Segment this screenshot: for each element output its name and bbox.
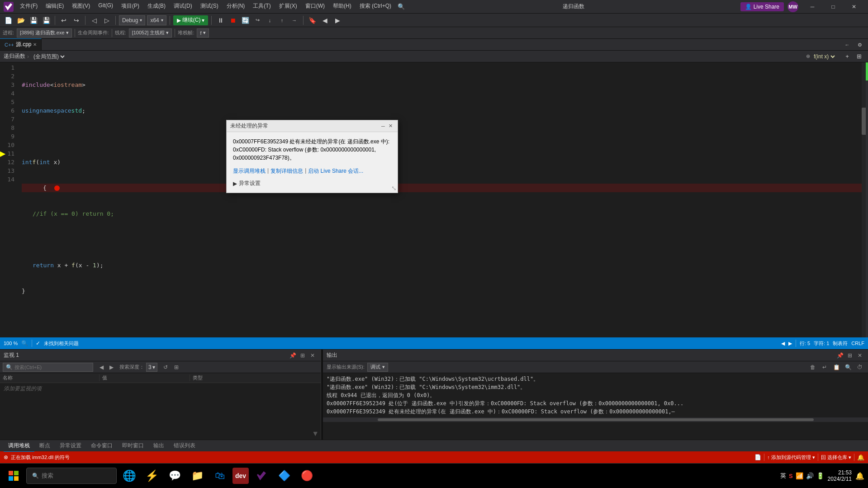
bookmark-btn[interactable]: 🔖 [307, 15, 318, 26]
exception-dialog-close[interactable]: ✕ [387, 123, 394, 130]
stepout-btn[interactable]: ↑ [276, 15, 288, 26]
taskbar-app-dev[interactable]: dev [232, 468, 249, 484]
editor-tab-source[interactable]: C++ 源.cpp ✕ [0, 38, 42, 50]
stepinto-btn[interactable]: ↓ [264, 15, 275, 26]
watch-scroll-down[interactable]: ▼ [312, 430, 319, 438]
user-avatar[interactable]: MW [787, 1, 798, 12]
lang-icon[interactable]: 英 [780, 472, 786, 480]
menu-analyze[interactable]: 分析(N) [223, 1, 249, 12]
editor-scrollbar[interactable] [862, 62, 868, 337]
menu-search[interactable]: 搜索 (Ctrl+Q) [356, 1, 395, 12]
search-icon[interactable]: 🔍 [396, 1, 407, 12]
pause-btn[interactable]: ⏸ [215, 15, 227, 26]
output-float-btn[interactable]: ⊞ [845, 351, 854, 360]
new-file-btn[interactable]: 📄 [3, 15, 14, 26]
select-repo[interactable]: 囙 选择仓库 ▾ [821, 454, 851, 461]
output-source-dropdown[interactable]: 调试 ▾ [367, 363, 388, 372]
process-dropdown[interactable]: [3896] 递归函数.exe ▾ [17, 28, 71, 38]
output-wrap-btn[interactable]: ↵ [820, 363, 829, 372]
back-btn[interactable]: ◁ [89, 15, 100, 26]
stack-dropdown[interactable]: f ▾ [197, 28, 209, 38]
taskbar-app-vs[interactable] [251, 466, 271, 486]
stop-btn[interactable]: ⏹ [227, 15, 239, 26]
tab-callstack[interactable]: 调用堆栈 [4, 440, 34, 452]
wifi-icon[interactable]: 📶 [796, 472, 803, 479]
taskbar-app-wechat[interactable]: 💬 [165, 466, 185, 486]
stepover-btn[interactable]: ↪ [251, 15, 263, 26]
breadcrumb-proj[interactable]: 递归函数 [4, 52, 25, 60]
exception-settings-expand[interactable]: ▶ 异常设置 [233, 180, 391, 187]
menu-help[interactable]: 帮助(H) [329, 1, 355, 12]
watch-next-btn[interactable]: ▶ [107, 363, 116, 372]
debug-config-dropdown[interactable]: Debug ▾ [119, 15, 145, 25]
tab-tool-1[interactable]: ← [842, 39, 853, 50]
sohu-icon[interactable]: S [789, 473, 793, 479]
menu-window[interactable]: 窗口(W) [302, 1, 328, 12]
notification-icon[interactable]: 🔔 [855, 472, 864, 480]
menu-test[interactable]: 测试(S) [197, 1, 222, 12]
maximize-button[interactable]: □ [823, 0, 844, 14]
add-line-btn[interactable]: + [842, 51, 853, 62]
close-button[interactable]: ✕ [844, 0, 864, 14]
taskbar-app-edge[interactable]: ⚡ [142, 466, 162, 486]
thread-dropdown[interactable]: [10052] 主线程 ▾ [129, 28, 172, 38]
menu-file[interactable]: 文件(F) [16, 1, 41, 12]
tab-immediate-window[interactable]: 即时窗口 [118, 440, 148, 451]
expand-all-btn[interactable]: ⊞ [854, 51, 864, 62]
live-share-button[interactable]: 👤 Live Share [740, 2, 784, 11]
watch-expand-btn[interactable]: ⊞ [172, 363, 181, 372]
menu-git[interactable]: Git(G) [95, 1, 117, 12]
live-share-session-link[interactable]: 启动 Live Share 会话... [308, 167, 363, 175]
watch-add-item[interactable]: 添加要监视的项 [0, 383, 321, 394]
watch-search-box[interactable]: 🔍 [3, 363, 93, 372]
watch-pin-btn[interactable]: 📌 [288, 351, 297, 360]
save-btn[interactable]: 💾 [28, 15, 39, 26]
taskbar-app-extra1[interactable]: 🔷 [274, 466, 294, 486]
tab-command-window[interactable]: 命令窗口 [86, 440, 117, 451]
fwd-btn[interactable]: ▷ [101, 15, 112, 26]
tab-error-list[interactable]: 错误列表 [169, 440, 200, 451]
navigate-right[interactable]: ▶ [788, 341, 792, 346]
taskbar-app-files[interactable]: 📁 [187, 466, 207, 486]
exception-dialog-minimize[interactable]: ─ [379, 123, 387, 130]
minimize-button[interactable]: ─ [802, 0, 823, 14]
continue-button[interactable]: ▶ 继续(C) ▾ [173, 15, 209, 25]
code-content[interactable]: #include<iostream> using namespace std; … [18, 62, 862, 337]
output-pin-btn[interactable]: 📌 [835, 351, 844, 360]
taskbar-app-chrome[interactable]: 🔴 [297, 466, 317, 486]
output-timestamp-btn[interactable]: ⏱ [855, 363, 864, 372]
taskbar-app-browser[interactable]: 🌐 [119, 466, 139, 486]
resize-handle[interactable]: ⤡ [391, 185, 397, 192]
restart-btn[interactable]: 🔄 [239, 15, 251, 26]
output-hscroll[interactable] [323, 417, 868, 422]
tab-tool-2[interactable]: ⚙ [854, 39, 865, 50]
output-find-btn[interactable]: 🔍 [844, 363, 853, 372]
copy-details-link[interactable]: 复制详细信息 [270, 167, 303, 175]
open-folder-btn[interactable]: 📂 [15, 15, 26, 26]
watch-search-input[interactable] [14, 365, 87, 370]
prev-bookmark-btn[interactable]: ◀ [319, 15, 330, 26]
menu-project[interactable]: 项目(P) [118, 1, 143, 12]
output-close-btn[interactable]: ✕ [855, 351, 864, 360]
speaker-icon[interactable]: 🔊 [806, 472, 814, 479]
output-hscroll-thumb[interactable] [378, 418, 814, 421]
tab-output[interactable]: 输出 [149, 440, 169, 451]
redo-btn[interactable]: ↪ [71, 15, 82, 26]
run-to-click-btn[interactable]: → [288, 15, 300, 26]
output-copy-btn[interactable]: 📋 [832, 363, 841, 372]
watch-prev-btn[interactable]: ◀ [97, 363, 106, 372]
save-all-btn[interactable]: 💾 [41, 15, 52, 26]
taskbar-app-store[interactable]: 🛍 [210, 466, 230, 486]
undo-btn[interactable]: ↩ [58, 15, 69, 26]
watch-close-btn[interactable]: ✕ [308, 351, 317, 360]
bell-icon[interactable]: 🔔 [857, 454, 864, 461]
show-callstack-link[interactable]: 显示调用堆栈 [233, 167, 266, 175]
tab-exception-settings[interactable]: 异常设置 [55, 440, 86, 451]
start-button[interactable] [4, 466, 24, 486]
scope-dropdown[interactable]: (全局范围) [32, 53, 66, 60]
tab-breakpoints[interactable]: 断点 [35, 440, 55, 451]
next-bookmark-btn[interactable]: ▶ [332, 15, 343, 26]
output-clear-btn[interactable]: 🗑 [808, 363, 817, 372]
add-to-source-control[interactable]: ↑ 添加到源代码管理 ▾ [767, 454, 815, 461]
taskbar-search[interactable]: 🔍 搜索 [26, 468, 117, 484]
